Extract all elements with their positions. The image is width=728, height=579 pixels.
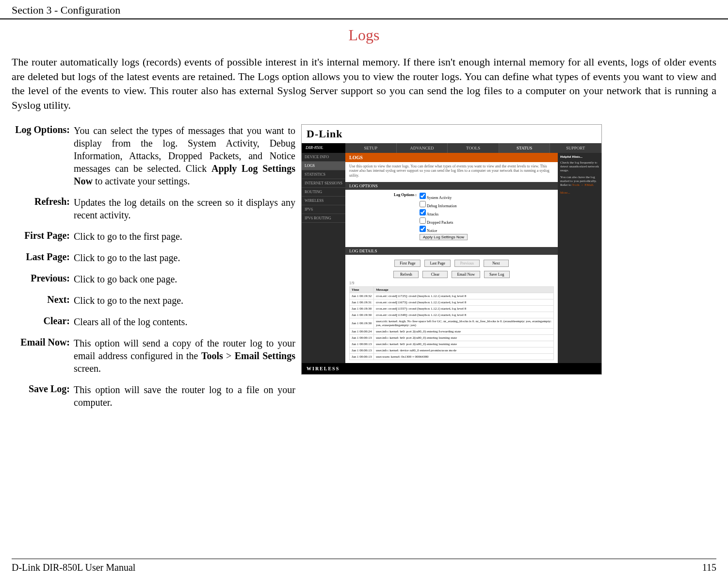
tab-setup[interactable]: SETUP — [345, 143, 397, 153]
model-label: DIR-850L — [302, 143, 345, 153]
first-page-button[interactable]: First Page — [394, 260, 421, 267]
log-message-cell: cron.err: crond[11725]: crond (busybox 1… — [374, 293, 554, 299]
log-message-cell: cron.err: crond[11349]: crond (busybox 1… — [374, 312, 554, 318]
previous-button[interactable]: Previous — [454, 260, 480, 267]
log-time-cell: Jan 1 00:19:32 — [350, 293, 374, 299]
definitions-table: Log Options: You can select the types of… — [12, 124, 295, 417]
log-details-area: First Page Last Page Previous Next Refre… — [345, 255, 558, 363]
last-page-button[interactable]: Last Page — [424, 260, 450, 267]
definitions-column: Log Options: You can select the types of… — [12, 124, 295, 417]
log-options-header: LOG OPTIONS — [345, 182, 558, 190]
def-label: Next: — [12, 294, 74, 315]
log-message-cell: user.info: kernel: device ra00_0 entered… — [374, 347, 554, 353]
def-label: Previous: — [12, 273, 74, 294]
table-header-message: Message — [374, 286, 554, 293]
log-message-cell: cron.err: crond[11557]: crond (busybox 1… — [374, 305, 554, 312]
def-row: Clear: Clears all of the log contents. — [12, 315, 295, 337]
table-row: Jan 1 00:19:30cron.err: crond[11557]: cr… — [350, 305, 554, 312]
log-message-cell: user.crit: kernel: Argh. No free space l… — [374, 318, 554, 328]
router-screenshot: D-Link DIR-850L SETUP ADVANCED TOOLS STA… — [301, 124, 602, 375]
def-label: Email Now: — [12, 337, 74, 383]
hints-more-link[interactable]: More... — [560, 191, 599, 195]
def-row: Log Options: You can select the types of… — [12, 124, 295, 196]
apply-log-settings-button[interactable]: Apply Log Settings Now — [420, 234, 468, 240]
page-counter: 1/9 — [349, 280, 554, 286]
screenshot-top-bar: D-Link — [302, 125, 601, 143]
def-desc: This option will send a copy of the rout… — [74, 337, 295, 383]
def-label: Clear: — [12, 315, 74, 337]
tab-tools[interactable]: TOOLS — [448, 143, 499, 153]
checkbox-system-activity[interactable]: System Activity — [420, 193, 554, 200]
table-header-time: Time — [350, 286, 374, 293]
log-time-cell: Jan 1 00:19:30 — [350, 305, 374, 312]
def-row: Next: Click to go to the next page. — [12, 294, 295, 315]
content-area: Log Options: You can select the types of… — [0, 124, 728, 417]
clear-button[interactable]: Clear — [422, 271, 448, 278]
def-desc: You can select the types of messages tha… — [74, 124, 295, 196]
def-desc: Click to go back one page. — [74, 273, 295, 294]
refresh-button[interactable]: Refresh — [393, 271, 419, 278]
def-desc: Click to go to the next page. — [74, 294, 295, 315]
sidebar-item-routing[interactable]: ROUTING — [302, 188, 345, 197]
sidebar-item-ipv6-routing[interactable]: IPV6 ROUTING — [302, 214, 345, 223]
log-message-cell: user.warn: kernel: 0x1300 = 00064380 — [374, 353, 554, 360]
sidebar-item-logs[interactable]: LOGS — [302, 162, 345, 170]
def-row: Save Log: This option will save the rout… — [12, 383, 295, 417]
log-details-header: LOG DETAILS — [345, 247, 558, 255]
sidebar-item-internet-sessions[interactable]: INTERNET SESSIONS — [302, 179, 345, 188]
tab-status[interactable]: STATUS — [499, 143, 550, 153]
hints-paragraph-2: You can also have the log mailed to you … — [560, 175, 599, 187]
screenshot-main: LOGS Use this option to view the router … — [345, 153, 558, 363]
screenshot-sidebar: DEVICE INFO LOGS STATISTICS INTERNET SES… — [302, 153, 345, 363]
screenshot-column: D-Link DIR-850L SETUP ADVANCED TOOLS STA… — [301, 124, 716, 417]
table-row: Jan 1 00:00:13user.info: kernel: device … — [350, 347, 554, 353]
sidebar-item-ipv6[interactable]: IPV6 — [302, 205, 345, 214]
table-row: Jan 1 00:00:13user.warn: kernel: 0x1300 … — [350, 353, 554, 360]
log-time-cell: Jan 1 00:00:13 — [350, 334, 374, 341]
button-row-1: First Page Last Page Previous Next — [349, 258, 554, 267]
def-label: Log Options: — [12, 124, 74, 196]
section-title: Section 3 - Configuration — [12, 4, 120, 16]
def-desc: Updates the log details on the screen so… — [74, 196, 295, 230]
def-label: Save Log: — [12, 383, 74, 417]
checkbox-debug-info[interactable]: Debug Information — [420, 201, 554, 208]
button-row-2: Refresh Clear Email Now Save Log — [349, 269, 554, 278]
def-desc: This option will save the router log to … — [74, 383, 295, 417]
section-header: Section 3 - Configuration — [0, 0, 728, 19]
sidebar-item-wireless[interactable]: WIRELESS — [302, 197, 345, 205]
log-message-cell: user.info: kernel: br0: port 2(ra00_0) e… — [374, 328, 554, 334]
checkbox-dropped-packets[interactable]: Dropped Packets — [420, 217, 554, 225]
log-time-cell: Jan 1 00:00:13 — [350, 353, 374, 360]
save-log-button[interactable]: Save Log — [484, 271, 509, 278]
email-now-button[interactable]: Email Now — [452, 271, 480, 278]
table-row: Jan 1 00:00:24user.info: kernel: br0: po… — [350, 328, 554, 334]
table-row: Jan 1 00:19:32cron.err: crond[11725]: cr… — [350, 293, 554, 299]
sidebar-item-statistics[interactable]: STATISTICS — [302, 170, 345, 179]
log-time-cell: Jan 1 00:00:13 — [350, 347, 374, 353]
hints-paragraph-1: Check the log frequently to detect unaut… — [560, 161, 599, 172]
main-tabs: SETUP ADVANCED TOOLS STATUS SUPPORT — [345, 143, 601, 153]
tab-support[interactable]: SUPPORT — [550, 143, 601, 153]
manual-title: D-Link DIR-850L User Manual — [12, 562, 135, 573]
table-row: Jan 1 00:00:13user.info: kernel: br0: po… — [350, 341, 554, 347]
log-message-cell: user.info: kernel: br0: port 2(ra00_0) e… — [374, 341, 554, 347]
def-row: Email Now: This option will send a copy … — [12, 337, 295, 383]
log-time-cell: Jan 1 00:19:30 — [350, 312, 374, 318]
log-time-cell: Jan 1 00:00:13 — [350, 341, 374, 347]
hints-link[interactable]: Tools → EMail. — [572, 183, 594, 187]
table-row: Jan 1 00:19:30user.crit: kernel: Argh. N… — [350, 318, 554, 328]
screenshot-footer: WIRELESS — [302, 363, 601, 374]
next-button[interactable]: Next — [484, 260, 509, 267]
log-message-cell: user.info: kernel: br0: port 2(ra00_0) e… — [374, 334, 554, 341]
def-label: First Page: — [12, 230, 74, 251]
hints-title: Helpful Hints... — [560, 155, 599, 159]
sidebar-item-device-info[interactable]: DEVICE INFO — [302, 153, 345, 162]
tab-advanced[interactable]: ADVANCED — [397, 143, 448, 153]
checkbox-notice[interactable]: Notice — [420, 226, 554, 233]
checkbox-attacks[interactable]: Attacks — [420, 209, 554, 216]
def-label: Last Page: — [12, 251, 74, 273]
logs-desc: Use this option to view the router logs.… — [345, 162, 558, 182]
log-time-cell: Jan 1 00:19:30 — [350, 318, 374, 328]
page-number: 115 — [702, 562, 716, 573]
helpful-hints: Helpful Hints... Check the log frequentl… — [558, 153, 601, 363]
